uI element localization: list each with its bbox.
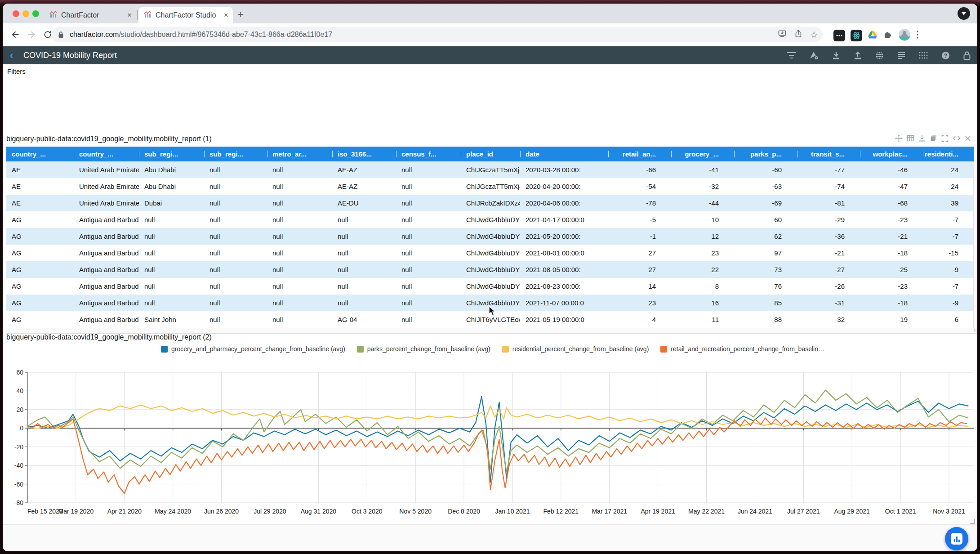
address-bar[interactable]: chartfactor.com/studio/dashboard.html#/9… <box>51 27 823 42</box>
justify-icon[interactable] <box>897 51 906 59</box>
table-cell: AE <box>6 178 74 195</box>
url-path: /studio/dashboard.html#/9675346d-abe7-43… <box>119 31 332 38</box>
table-vertical-scrollbar[interactable] <box>973 161 977 328</box>
svg-text:Oct 1 2021: Oct 1 2021 <box>885 508 916 515</box>
tab-search-chevron-button[interactable] <box>958 7 970 20</box>
table-cell: AE <box>6 161 74 178</box>
copy-icon[interactable] <box>930 134 937 144</box>
tab-chartfactor[interactable]: ChartFactor × <box>44 7 136 23</box>
column-header[interactable]: place_id <box>461 147 520 161</box>
globe-icon[interactable] <box>875 51 884 60</box>
table-icon[interactable] <box>907 134 914 144</box>
table-cell: 2021-08-01 00:00:0 <box>520 245 608 261</box>
table-cell: -32 <box>797 311 860 328</box>
browser-menu-icon[interactable] <box>916 30 919 41</box>
table-row[interactable]: AEUnited Arab EmirateDubainullnullAE-DUn… <box>6 195 974 211</box>
svg-text:-80: -80 <box>14 499 23 506</box>
legend-item[interactable]: retail_and_recreation_percent_change_fro… <box>660 345 824 353</box>
table-cell: 8 <box>671 278 734 295</box>
upload-icon[interactable] <box>853 51 862 60</box>
lock-icon[interactable] <box>963 51 971 60</box>
table-cell: Saint John <box>139 311 204 328</box>
table-row[interactable]: AGAntigua and Barbudnullnullnullnullnull… <box>6 261 974 278</box>
column-header[interactable]: country_... <box>74 147 139 161</box>
table-cell: -7 <box>923 228 974 245</box>
analytics-settings-icon[interactable] <box>809 51 819 60</box>
scrollbar-corner <box>974 329 977 332</box>
bookmark-star-icon[interactable]: ☆ <box>810 30 818 39</box>
table-cell: United Arab Emirate <box>74 161 139 178</box>
widget-resize-grip[interactable] <box>970 519 975 524</box>
table-row[interactable]: AGAntigua and Barbudnullnullnullnullnull… <box>6 278 974 295</box>
table-cell: ChIJwdG4bbluDYwl <box>461 211 520 228</box>
legend-swatch-icon <box>660 346 667 353</box>
extension-react-devtools-icon[interactable] <box>851 30 862 41</box>
column-header[interactable]: metro_ar... <box>267 147 332 161</box>
svg-text:Mar 17 2021: Mar 17 2021 <box>592 508 627 515</box>
mobility-line-chart[interactable]: 6040200-20-40-60-80Feb 15 2020Mar 19 202… <box>3 366 977 521</box>
add-visualization-fab[interactable] <box>945 527 968 550</box>
help-icon[interactable]: ? <box>941 51 950 60</box>
code-icon[interactable] <box>953 135 961 143</box>
table-cell: null <box>204 228 267 245</box>
close-tab-icon[interactable]: × <box>127 11 132 20</box>
legend-item[interactable]: parks_percent_change_from_baseline (avg) <box>357 345 490 353</box>
table-cell: 23 <box>608 295 671 311</box>
column-header[interactable]: grocery_... <box>671 147 734 161</box>
fullscreen-icon[interactable] <box>941 135 949 144</box>
column-header[interactable]: date <box>520 147 608 161</box>
column-header[interactable]: parks_p... <box>734 147 797 161</box>
column-header[interactable]: sub_regi... <box>204 147 267 161</box>
column-header[interactable]: country_... <box>6 147 74 161</box>
legend-item[interactable]: grocery_and_pharmacy_percent_change_from… <box>161 345 345 353</box>
table-cell: -4 <box>608 311 671 328</box>
google-drive-icon[interactable] <box>868 30 878 41</box>
data-grid[interactable]: country_...country_...sub_regi...sub_reg… <box>6 147 974 328</box>
install-app-icon[interactable] <box>778 29 787 40</box>
table-row[interactable]: AGAntigua and Barbudnullnullnullnullnull… <box>6 245 974 261</box>
browser-toolbar: chartfactor.com/studio/dashboard.html#/9… <box>3 23 977 46</box>
tab-chartfactor-studio[interactable]: ChartFactor Studio × <box>138 7 233 23</box>
table-cell: AG <box>6 261 74 278</box>
lock-icon[interactable] <box>58 31 64 39</box>
column-header[interactable]: census_f... <box>396 147 461 161</box>
new-tab-button[interactable]: + <box>237 8 244 21</box>
close-tab-icon[interactable]: × <box>224 11 228 20</box>
column-header[interactable]: workplac... <box>860 147 923 161</box>
table-cell: null <box>267 311 332 328</box>
grid-dots-icon[interactable] <box>918 51 928 59</box>
extensions-puzzle-icon[interactable] <box>883 30 893 41</box>
column-header[interactable]: transit_s... <box>797 147 860 161</box>
tab-title: ChartFactor Studio <box>156 11 219 19</box>
download-icon[interactable] <box>832 51 841 60</box>
column-header[interactable]: sub_regi... <box>139 147 204 161</box>
table-row[interactable]: AEUnited Arab EmirateAbu DhabinullnullAE… <box>6 178 974 195</box>
share-icon[interactable] <box>794 29 803 40</box>
close-icon[interactable] <box>965 135 971 143</box>
back-to-dashboards-icon[interactable]: ‹ <box>10 50 13 61</box>
extension-more-icon[interactable] <box>833 30 845 41</box>
maximize-window-button[interactable] <box>32 10 39 17</box>
profile-avatar[interactable] <box>898 28 911 43</box>
forward-icon[interactable] <box>25 28 38 41</box>
back-icon[interactable] <box>9 28 22 41</box>
table-cell: -36 <box>797 228 860 245</box>
table-row[interactable]: AGAntigua and Barbudnullnullnullnullnull… <box>6 211 974 228</box>
legend-item[interactable]: residential_percent_change_from_baseline… <box>502 345 649 353</box>
legend-swatch-icon <box>161 346 168 353</box>
filter-icon[interactable] <box>787 51 797 59</box>
download-icon[interactable] <box>918 134 926 144</box>
column-header[interactable]: iso_3166... <box>332 147 396 161</box>
table-row[interactable]: AGAntigua and Barbudnullnullnullnullnull… <box>6 228 974 245</box>
table-row[interactable]: AEUnited Arab EmirateAbu DhabinullnullAE… <box>6 161 974 178</box>
table-cell: -54 <box>608 178 671 195</box>
close-window-button[interactable] <box>13 10 19 17</box>
column-header[interactable]: residenti... <box>923 147 974 161</box>
column-header[interactable]: retail_an... <box>608 147 671 161</box>
table-cell: -19 <box>860 311 923 328</box>
table-cell: AE-AZ <box>332 161 396 178</box>
move-icon[interactable] <box>895 134 903 144</box>
svg-text:Feb 12 2021: Feb 12 2021 <box>543 508 579 515</box>
minimize-window-button[interactable] <box>22 10 29 17</box>
table-header-row[interactable]: country_...country_...sub_regi...sub_reg… <box>6 147 974 161</box>
